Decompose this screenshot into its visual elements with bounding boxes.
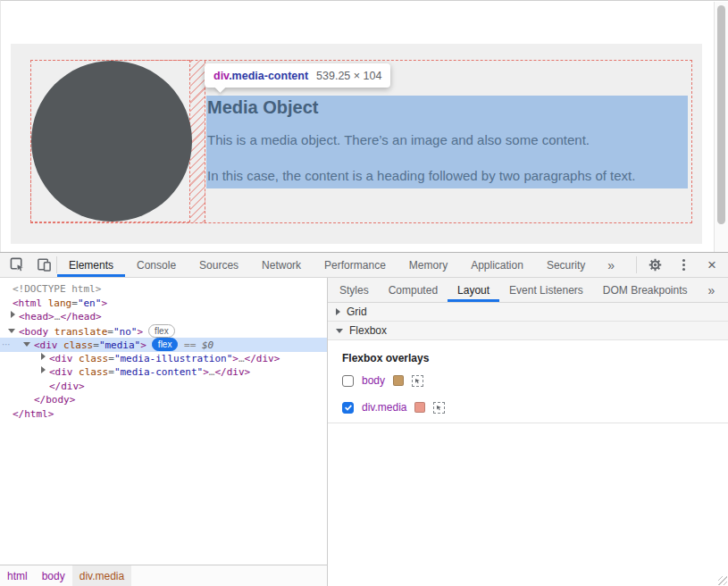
tree-row[interactable]: ⋯<div class="media">flex == $0 <box>0 338 327 352</box>
tab-network[interactable]: Network <box>250 253 313 277</box>
code-token: </div> <box>49 381 85 392</box>
code-token: class <box>58 339 94 351</box>
resize-grip[interactable] <box>718 576 727 585</box>
code-token: </body> <box>34 394 75 406</box>
sidebar-tabs: Styles Computed Layout Event Listeners D… <box>328 278 728 303</box>
chevron-right-icon <box>336 308 340 315</box>
grid-section-header[interactable]: Grid <box>328 303 728 322</box>
code-token: > <box>137 326 143 338</box>
inspect-element-icon[interactable] <box>8 256 26 274</box>
close-icon[interactable]: × <box>703 256 721 274</box>
tab-layout[interactable]: Layout <box>448 278 499 302</box>
code-token: "media" <box>99 339 140 351</box>
select-element-icon[interactable] <box>412 375 423 387</box>
code-token: "media-content" <box>114 366 203 378</box>
code-token: </div> <box>245 353 280 364</box>
expand-arrow-right-icon[interactable] <box>41 366 46 373</box>
tree-row[interactable]: </body> <box>0 393 327 407</box>
browser-viewport: Media Object This is a media object. The… <box>0 0 728 252</box>
media-heading: Media Object <box>207 97 318 118</box>
devtools-window: Media Object This is a media object. The… <box>0 0 728 586</box>
tree-row[interactable]: <div class="media-content">…</div> <box>0 365 327 380</box>
tab-computed[interactable]: Computed <box>379 278 448 302</box>
menu-dots-icon[interactable] <box>674 256 692 274</box>
tree-row[interactable]: <!DOCTYPE html> <box>0 282 327 297</box>
code-token: "media-illustration" <box>114 353 232 364</box>
tab-performance[interactable]: Performance <box>313 253 397 277</box>
devtools-tabs: Elements Console Sources Network Perform… <box>57 253 625 277</box>
overflow-dots: ⋯ <box>2 338 10 352</box>
expand-arrow-down-icon[interactable] <box>8 329 15 333</box>
tooltip-selector: div.media-content <box>213 70 308 82</box>
media-paragraph-1: This is a media object. There’s an image… <box>207 132 590 147</box>
code-token: <div <box>49 366 73 378</box>
viewport-scrollbar[interactable] <box>714 2 728 253</box>
breadcrumb-html[interactable]: html <box>0 565 35 586</box>
flexbox-section-header[interactable]: Flexbox <box>328 322 728 340</box>
code-token: > <box>101 297 107 309</box>
select-element-icon[interactable] <box>433 402 445 414</box>
tab-security[interactable]: Security <box>535 253 597 277</box>
styles-sidebar: Styles Computed Layout Event Listeners D… <box>328 278 728 586</box>
tooltip-dimensions: 539.25 × 104 <box>316 70 381 82</box>
code-token: = <box>107 326 113 338</box>
element-inspect-tooltip: div.media-content 539.25 × 104 <box>205 63 390 88</box>
overlay-checkbox[interactable] <box>342 375 354 387</box>
code-token: <html <box>13 297 42 309</box>
breadcrumb-div-media[interactable]: div.media <box>72 565 131 586</box>
media-paragraph-2: In this case, the content is a heading f… <box>207 168 635 183</box>
expand-arrow-right-icon[interactable] <box>41 353 46 360</box>
tab-sources[interactable]: Sources <box>188 253 250 277</box>
code-token: <body <box>19 326 48 338</box>
device-toolbar-icon[interactable] <box>35 256 53 274</box>
more-sidebar-tabs-chevron[interactable]: » <box>698 278 726 302</box>
tab-application[interactable]: Application <box>459 253 535 277</box>
breadcrumb-body[interactable]: body <box>35 565 72 586</box>
flex-badge[interactable]: flex <box>148 324 175 338</box>
overlay-color-swatch[interactable] <box>414 402 425 413</box>
elements-tree-pane: <!DOCTYPE html><html lang="en"><head>…</… <box>0 278 327 586</box>
code-token: = <box>108 366 114 378</box>
settings-gear-icon[interactable] <box>646 256 664 274</box>
devtools-panel: Elements Console Sources Network Perform… <box>0 252 728 586</box>
flexbox-overlays-label: Flexbox overlays <box>342 352 728 364</box>
code-token: <div <box>49 353 73 364</box>
tab-console[interactable]: Console <box>125 253 188 277</box>
tree-row[interactable]: <html lang="en"> <box>0 297 327 311</box>
code-token: = <box>93 339 99 351</box>
expand-arrow-right-icon[interactable] <box>11 311 15 318</box>
tab-dom-breakpoints[interactable]: DOM Breakpoints <box>593 278 698 302</box>
code-token: </head> <box>60 311 101 322</box>
scrollbar-thumb[interactable] <box>717 5 725 224</box>
tree-row[interactable]: <body translate="no">flex <box>0 324 327 339</box>
overlay-row-body: body <box>328 370 728 391</box>
tree-row[interactable]: <head>…</head> <box>0 310 327 324</box>
dom-tree: <!DOCTYPE html><html lang="en"><head>…</… <box>0 278 327 421</box>
chevron-down-icon <box>336 329 343 333</box>
tab-event-listeners[interactable]: Event Listeners <box>499 278 593 302</box>
more-tabs-chevron[interactable]: » <box>597 253 625 277</box>
inspected-element-highlight: Media Object This is a media object. The… <box>206 96 688 188</box>
tab-elements[interactable]: Elements <box>57 253 125 277</box>
overlay-element-link[interactable]: body <box>362 374 385 387</box>
code-token: </div> <box>214 366 250 378</box>
code-token: class <box>73 366 109 378</box>
grid-section-label: Grid <box>347 306 367 318</box>
sidebar-section-divider <box>328 423 728 423</box>
flex-badge[interactable]: flex <box>152 338 179 351</box>
expand-arrow-down-icon[interactable] <box>23 342 30 347</box>
overlay-checkbox[interactable] <box>342 402 354 414</box>
code-token: … <box>238 353 245 364</box>
overlay-element-link[interactable]: div.media <box>362 401 406 414</box>
tab-styles[interactable]: Styles <box>330 278 379 302</box>
overlay-row-div-media: div.media <box>328 397 728 418</box>
tree-row[interactable]: <div class="media-illustration">…</div> <box>0 352 327 366</box>
code-token: > <box>232 353 238 364</box>
code-token: == <box>178 339 202 351</box>
overlay-color-swatch[interactable] <box>393 375 404 386</box>
tree-row[interactable]: </div> <box>0 380 327 394</box>
tree-row[interactable]: </html> <box>0 407 327 422</box>
tab-memory[interactable]: Memory <box>397 253 459 277</box>
code-token: <!DOCTYPE html> <box>13 283 101 295</box>
flex-gap-hatch-overlay <box>190 61 205 222</box>
